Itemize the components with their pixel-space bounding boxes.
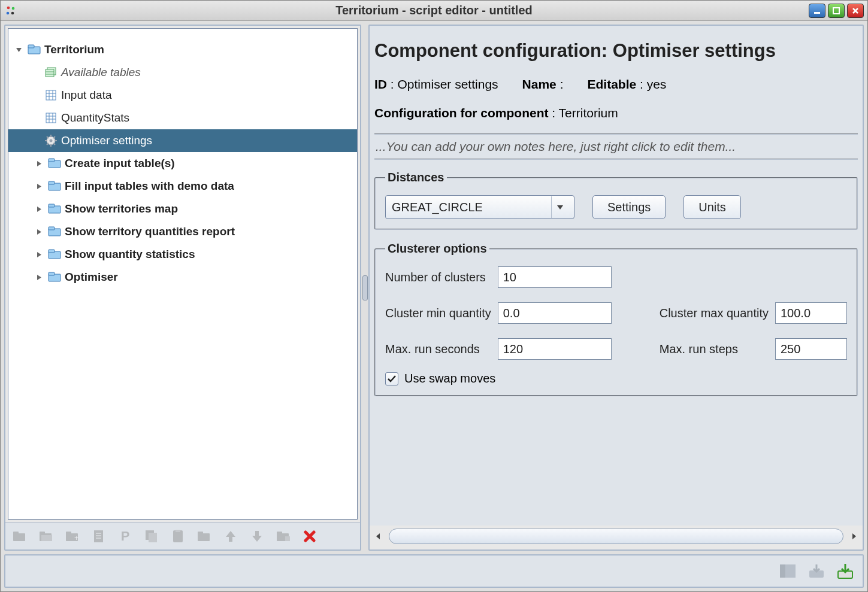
- svg-text:+: +: [74, 533, 79, 542]
- expand-icon[interactable]: [36, 229, 44, 235]
- max-steps-input[interactable]: [775, 338, 847, 360]
- tree-root-label: Territorium: [44, 43, 104, 56]
- svg-rect-7: [28, 45, 34, 48]
- max-qty-input[interactable]: [775, 302, 847, 324]
- tree-quantity-stats-label: QuantityStats: [61, 111, 129, 125]
- swap-moves-checkbox[interactable]: [385, 372, 398, 385]
- tree-show-report[interactable]: Show territory quantities report: [8, 220, 357, 243]
- delete-button[interactable]: [301, 528, 318, 545]
- svg-point-23: [50, 139, 53, 142]
- right-panel: Component configuration: Optimiser setti…: [368, 25, 864, 551]
- svg-rect-43: [49, 272, 55, 275]
- document-button[interactable]: [90, 528, 107, 545]
- p-button[interactable]: P: [117, 528, 134, 545]
- config-panel: Component configuration: Optimiser setti…: [370, 26, 863, 526]
- tree-show-report-label: Show territory quantities report: [65, 225, 235, 238]
- svg-point-1: [12, 7, 15, 10]
- tree-quantity-stats[interactable]: QuantityStats: [8, 107, 357, 129]
- tree-show-map[interactable]: Show territories map: [8, 198, 357, 220]
- expand-icon[interactable]: [36, 206, 44, 212]
- svg-rect-52: [94, 530, 103, 542]
- svg-rect-39: [49, 227, 55, 230]
- id-label: ID: [374, 77, 387, 91]
- folder-icon: [48, 180, 61, 193]
- expand-icon[interactable]: [36, 183, 44, 190]
- component-for-row: Configuration for component : Territoriu…: [374, 106, 858, 120]
- distance-type-combo[interactable]: GREAT_CIRCLE: [385, 195, 574, 219]
- move-up-button[interactable]: [222, 528, 239, 545]
- tree-optimiser[interactable]: Optimiser: [8, 266, 357, 289]
- gear-icon: [44, 134, 58, 147]
- tree-root[interactable]: Territorium: [8, 38, 357, 61]
- max-seconds-input[interactable]: [498, 338, 612, 360]
- tree-create-input[interactable]: Create input table(s): [8, 152, 357, 175]
- config-heading: Component configuration: Optimiser setti…: [374, 40, 858, 62]
- expand-icon[interactable]: [36, 160, 44, 167]
- distance-settings-button[interactable]: Settings: [592, 195, 666, 219]
- paste-button[interactable]: [170, 528, 186, 545]
- editable-value: yes: [647, 77, 667, 91]
- import-button[interactable]: [806, 561, 827, 581]
- horizontal-scrollbar[interactable]: [370, 526, 863, 550]
- collapse-icon[interactable]: [16, 47, 24, 53]
- tree-fill-demo[interactable]: Fill input tables with demo data: [8, 175, 357, 198]
- layout-button[interactable]: [778, 561, 798, 581]
- max-qty-label: Cluster max quantity: [660, 306, 769, 320]
- svg-rect-9: [46, 69, 54, 77]
- max-seconds-label: Max. run seconds: [385, 342, 492, 356]
- folder-open-icon: [28, 43, 41, 56]
- id-value: Optimiser settings: [398, 77, 498, 91]
- close-button[interactable]: [847, 4, 864, 18]
- folder-ext-button[interactable]: [275, 528, 292, 545]
- open-folder-button[interactable]: [38, 528, 55, 545]
- table-icon: [44, 111, 58, 125]
- tree-optimiser-settings-label: Optimiser settings: [61, 134, 152, 147]
- tree-create-input-label: Create input table(s): [65, 157, 175, 170]
- tree-available-tables[interactable]: Available tables: [8, 61, 357, 84]
- distance-units-button[interactable]: Units: [683, 195, 741, 219]
- add-folder-button[interactable]: +: [64, 528, 81, 545]
- folder-icon: [48, 271, 61, 284]
- min-qty-input[interactable]: [498, 302, 612, 324]
- new-folder-button[interactable]: [11, 528, 28, 545]
- swap-moves-label: Use swap moves: [404, 372, 495, 385]
- num-clusters-label: Number of clusters: [385, 271, 492, 284]
- titlebar[interactable]: Territorium - script editor - untitled: [1, 1, 867, 21]
- copy-button[interactable]: [143, 528, 160, 545]
- scrollbar-track[interactable]: [389, 529, 843, 544]
- script-tree[interactable]: Territorium Available tables: [8, 28, 358, 520]
- svg-rect-59: [176, 530, 180, 532]
- tree-show-stats[interactable]: Show quantity statistics: [8, 243, 357, 266]
- tree-input-data[interactable]: Input data: [8, 84, 357, 107]
- colon: :: [391, 77, 398, 91]
- config-meta: ID : Optimiser settings Name : Editable …: [374, 77, 858, 92]
- scroll-left-icon[interactable]: [371, 529, 385, 544]
- maximize-button[interactable]: [828, 4, 845, 18]
- svg-rect-50: [66, 532, 71, 535]
- svg-rect-12: [46, 90, 56, 100]
- run-button[interactable]: [835, 561, 855, 581]
- svg-line-30: [53, 136, 55, 138]
- svg-rect-5: [833, 8, 839, 14]
- scroll-right-icon[interactable]: [847, 529, 861, 544]
- grip-icon: [362, 275, 368, 300]
- client-area: Territorium Available tables: [1, 21, 867, 591]
- tree-optimiser-settings[interactable]: Optimiser settings: [8, 129, 357, 152]
- move-down-button[interactable]: [249, 528, 265, 545]
- svg-rect-33: [49, 159, 55, 162]
- svg-rect-4: [814, 12, 820, 14]
- notes-area[interactable]: ...You can add your own notes here, just…: [374, 133, 858, 160]
- minimize-button[interactable]: [809, 4, 825, 18]
- expand-icon[interactable]: [36, 274, 44, 281]
- paste-into-button[interactable]: [196, 528, 213, 545]
- tree-optimiser-label: Optimiser: [65, 271, 118, 284]
- num-clusters-input[interactable]: [498, 266, 612, 288]
- bottom-toolbar: [4, 554, 864, 588]
- svg-rect-45: [13, 532, 19, 535]
- svg-rect-61: [198, 532, 203, 535]
- split-handle[interactable]: [361, 25, 368, 551]
- svg-rect-63: [277, 532, 282, 535]
- svg-rect-37: [49, 204, 55, 207]
- tree-input-data-label: Input data: [61, 89, 112, 102]
- expand-icon[interactable]: [36, 251, 44, 258]
